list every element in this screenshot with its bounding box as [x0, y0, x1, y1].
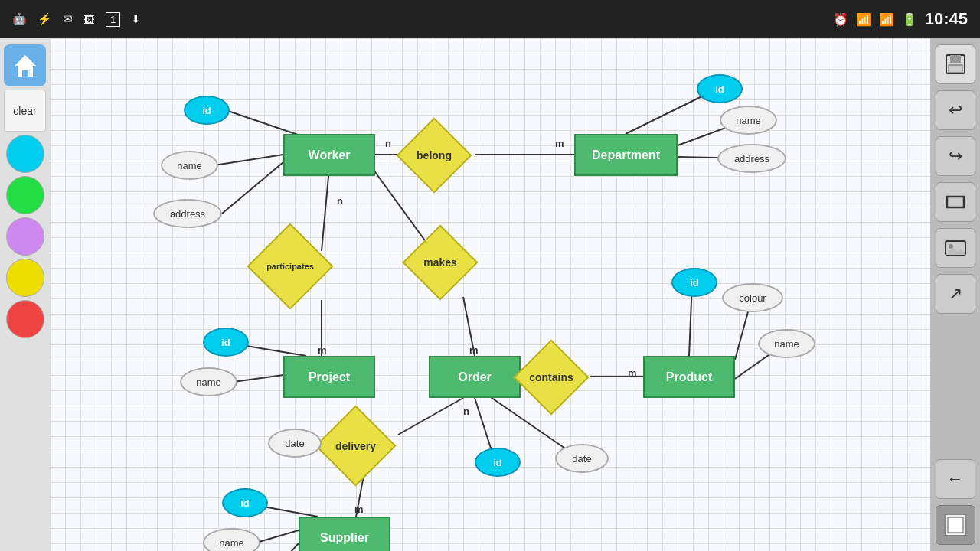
attr-dept-address[interactable]: address [717, 144, 786, 173]
card-belong-dept: m [555, 138, 564, 149]
svg-line-4 [214, 155, 283, 165]
share-icon: ↗ [949, 284, 962, 304]
attr-prod-id[interactable]: id [671, 268, 717, 297]
right-sidebar: ↩ ↪ ↗ ← [930, 38, 980, 551]
entity-product[interactable]: Product [643, 356, 735, 398]
card-worker-belong: n [385, 138, 391, 149]
status-bar: 🤖 ⚡ ✉ 🖼 1 ⬇ ⏰ 📶 📶 🔋 10:45 [0, 0, 980, 38]
color-green[interactable] [6, 176, 44, 214]
svg-marker-0 [15, 55, 36, 77]
clear-button[interactable]: clear [4, 90, 46, 132]
color-purple[interactable] [6, 217, 44, 256]
redo-icon: ↪ [949, 146, 962, 166]
signal-icon: 📶 [879, 12, 894, 27]
home-icon [11, 52, 39, 80]
card-delivery-supp: m [354, 504, 364, 515]
status-right: ⏰ 📶 📶 🔋 10:45 [833, 9, 968, 29]
rectangle-button[interactable] [936, 182, 975, 222]
layers-icon [942, 511, 969, 539]
svg-rect-31 [947, 197, 964, 207]
one-icon: 1 [106, 12, 120, 27]
attr-proj-id[interactable]: id [203, 328, 249, 357]
svg-rect-30 [949, 65, 962, 73]
rectangle-icon [944, 191, 967, 214]
entity-order[interactable]: Order [429, 356, 521, 398]
alarm-icon: ⏰ [833, 12, 848, 27]
attr-order-id[interactable]: id [475, 448, 521, 477]
gallery-button[interactable] [936, 228, 975, 268]
attr-supp-name[interactable]: name [203, 528, 260, 551]
usb-icon: ⚡ [38, 12, 52, 26]
relation-contains[interactable]: contains [514, 340, 590, 416]
card-contains-prod: m [628, 367, 637, 379]
time-display: 10:45 [925, 9, 968, 29]
undo-icon: ↩ [949, 100, 962, 120]
redo-button[interactable]: ↪ [936, 136, 975, 176]
color-red[interactable] [6, 300, 44, 338]
svg-rect-29 [950, 55, 961, 63]
attr-dept-id[interactable]: id [697, 74, 743, 103]
card-order-delivery: n [463, 406, 469, 417]
relation-makes[interactable]: makes [403, 225, 479, 301]
attr-proj-name[interactable]: name [180, 367, 237, 396]
entity-supplier[interactable]: Supplier [299, 517, 390, 551]
status-left-icons: 🤖 ⚡ ✉ 🖼 1 ⬇ [12, 12, 141, 27]
svg-marker-34 [946, 247, 965, 255]
download-icon: ⬇ [131, 12, 141, 26]
battery-icon: 🔋 [902, 12, 917, 27]
home-button[interactable] [4, 44, 46, 86]
share-button[interactable]: ↗ [936, 274, 975, 314]
back-icon: ← [947, 469, 964, 489]
relation-belong[interactable]: belong [397, 118, 472, 194]
svg-line-27 [264, 543, 299, 551]
layers-button[interactable] [936, 505, 975, 545]
attr-prod-colour[interactable]: colour [722, 283, 783, 312]
back-button[interactable]: ← [936, 459, 975, 499]
image-icon: 🖼 [83, 13, 95, 26]
entity-project[interactable]: Project [283, 356, 375, 398]
entity-worker[interactable]: Worker [283, 134, 375, 176]
card-part-proj: m [318, 344, 327, 356]
attr-worker-address[interactable]: address [153, 199, 222, 228]
svg-line-26 [256, 530, 299, 543]
color-cyan[interactable] [6, 135, 44, 173]
svg-line-5 [222, 162, 283, 214]
attr-prod-name[interactable]: name [758, 329, 815, 358]
svg-line-19 [234, 375, 283, 382]
wifi-icon: 📶 [856, 12, 871, 27]
attr-supp-id[interactable]: id [222, 488, 268, 517]
gallery-icon [944, 236, 967, 259]
android-icon: 🤖 [12, 12, 27, 26]
attr-worker-id[interactable]: id [184, 96, 230, 125]
canvas-area[interactable]: Worker Department Project Order Product … [50, 38, 930, 551]
card-worker-part: n [337, 195, 343, 207]
clear-label: clear [13, 105, 36, 117]
attr-dept-name[interactable]: name [720, 106, 777, 135]
card-makes-order: m [469, 344, 479, 356]
svg-line-20 [398, 398, 463, 435]
attr-order-date[interactable]: date [555, 444, 609, 473]
attr-worker-name[interactable]: name [161, 151, 218, 180]
attr-delivery-date[interactable]: date [268, 429, 322, 458]
email-icon: ✉ [63, 12, 73, 26]
relation-participates[interactable]: participates [247, 223, 333, 309]
relation-delivery[interactable]: delivery [315, 405, 396, 486]
save-icon [944, 53, 967, 76]
left-sidebar: clear [0, 38, 50, 551]
color-yellow[interactable] [6, 259, 44, 297]
save-button[interactable] [936, 44, 975, 84]
svg-line-9 [322, 168, 329, 251]
undo-button[interactable]: ↩ [936, 90, 975, 130]
svg-rect-36 [948, 517, 963, 533]
entity-department[interactable]: Department [574, 134, 678, 176]
